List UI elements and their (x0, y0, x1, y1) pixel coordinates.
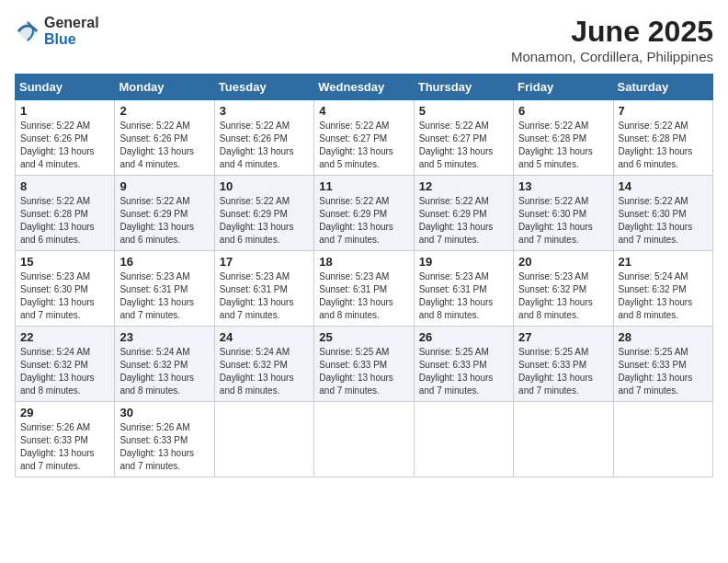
day-number: 6 (518, 104, 608, 118)
calendar-cell: 22Sunrise: 5:24 AM Sunset: 6:32 PM Dayli… (16, 327, 115, 402)
day-detail: Sunrise: 5:22 AM Sunset: 6:29 PM Dayligh… (419, 195, 508, 247)
calendar-title: June 2025 (511, 15, 713, 49)
calendar-cell: 2Sunrise: 5:22 AM Sunset: 6:26 PM Daylig… (115, 100, 214, 176)
day-number: 18 (319, 255, 408, 269)
day-detail: Sunrise: 5:22 AM Sunset: 6:29 PM Dayligh… (319, 195, 408, 247)
logo-text: General Blue (44, 15, 99, 48)
day-detail: Sunrise: 5:24 AM Sunset: 6:32 PM Dayligh… (20, 346, 109, 397)
day-number: 8 (20, 179, 109, 193)
day-detail: Sunrise: 5:22 AM Sunset: 6:30 PM Dayligh… (518, 195, 608, 247)
calendar-cell: 15Sunrise: 5:23 AM Sunset: 6:30 PM Dayli… (16, 251, 115, 327)
calendar-cell (414, 402, 513, 477)
calendar-cell (214, 402, 313, 477)
day-detail: Sunrise: 5:26 AM Sunset: 6:33 PM Dayligh… (20, 421, 109, 473)
header-friday: Friday (514, 75, 613, 100)
calendar-table: Sunday Monday Tuesday Wednesday Thursday… (15, 74, 713, 477)
calendar-cell: 25Sunrise: 5:25 AM Sunset: 6:33 PM Dayli… (314, 327, 414, 402)
day-number: 26 (419, 330, 508, 344)
day-number: 10 (220, 179, 309, 193)
day-number: 13 (518, 179, 608, 193)
day-detail: Sunrise: 5:22 AM Sunset: 6:26 PM Dayligh… (20, 120, 109, 171)
day-detail: Sunrise: 5:25 AM Sunset: 6:33 PM Dayligh… (619, 346, 708, 397)
day-detail: Sunrise: 5:23 AM Sunset: 6:31 PM Dayligh… (419, 270, 508, 322)
calendar-subtitle: Monamon, Cordillera, Philippines (511, 49, 713, 64)
logo: General Blue (15, 15, 99, 48)
day-detail: Sunrise: 5:23 AM Sunset: 6:30 PM Dayligh… (20, 270, 109, 322)
day-number: 15 (20, 255, 109, 269)
calendar-row-3: 15Sunrise: 5:23 AM Sunset: 6:30 PM Dayli… (16, 251, 713, 327)
calendar-cell: 12Sunrise: 5:22 AM Sunset: 6:29 PM Dayli… (414, 176, 513, 251)
day-detail: Sunrise: 5:22 AM Sunset: 6:27 PM Dayligh… (419, 120, 508, 171)
day-number: 5 (419, 104, 508, 118)
day-number: 17 (220, 255, 309, 269)
day-number: 25 (319, 330, 408, 344)
day-number: 7 (619, 104, 708, 118)
day-detail: Sunrise: 5:24 AM Sunset: 6:32 PM Dayligh… (619, 270, 708, 322)
day-detail: Sunrise: 5:22 AM Sunset: 6:29 PM Dayligh… (220, 195, 309, 247)
calendar-cell: 13Sunrise: 5:22 AM Sunset: 6:30 PM Dayli… (514, 176, 613, 251)
day-detail: Sunrise: 5:24 AM Sunset: 6:32 PM Dayligh… (119, 346, 209, 397)
calendar-cell: 10Sunrise: 5:22 AM Sunset: 6:29 PM Dayli… (214, 176, 313, 251)
day-detail: Sunrise: 5:22 AM Sunset: 6:26 PM Dayligh… (119, 120, 209, 171)
calendar-cell: 1Sunrise: 5:22 AM Sunset: 6:26 PM Daylig… (16, 100, 115, 176)
day-number: 29 (20, 406, 109, 419)
day-detail: Sunrise: 5:22 AM Sunset: 6:28 PM Dayligh… (518, 120, 608, 171)
calendar-cell: 23Sunrise: 5:24 AM Sunset: 6:32 PM Dayli… (115, 327, 214, 402)
calendar-cell: 19Sunrise: 5:23 AM Sunset: 6:31 PM Dayli… (414, 251, 513, 327)
day-number: 11 (319, 179, 408, 193)
calendar-cell: 14Sunrise: 5:22 AM Sunset: 6:30 PM Dayli… (613, 176, 712, 251)
calendar-row-1: 1Sunrise: 5:22 AM Sunset: 6:26 PM Daylig… (16, 100, 713, 176)
day-detail: Sunrise: 5:25 AM Sunset: 6:33 PM Dayligh… (319, 346, 408, 397)
calendar-cell: 21Sunrise: 5:24 AM Sunset: 6:32 PM Dayli… (613, 251, 712, 327)
day-detail: Sunrise: 5:22 AM Sunset: 6:28 PM Dayligh… (20, 195, 109, 247)
logo-general: General (44, 15, 99, 30)
day-detail: Sunrise: 5:23 AM Sunset: 6:31 PM Dayligh… (119, 270, 209, 322)
calendar-cell: 18Sunrise: 5:23 AM Sunset: 6:31 PM Dayli… (314, 251, 414, 327)
day-detail: Sunrise: 5:26 AM Sunset: 6:33 PM Dayligh… (119, 421, 209, 473)
calendar-cell (514, 402, 613, 477)
day-number: 3 (220, 104, 309, 118)
day-detail: Sunrise: 5:23 AM Sunset: 6:31 PM Dayligh… (220, 270, 309, 322)
day-detail: Sunrise: 5:22 AM Sunset: 6:26 PM Dayligh… (220, 120, 309, 171)
day-detail: Sunrise: 5:23 AM Sunset: 6:32 PM Dayligh… (518, 270, 608, 322)
calendar-row-5: 29Sunrise: 5:26 AM Sunset: 6:33 PM Dayli… (16, 402, 713, 477)
calendar-cell: 11Sunrise: 5:22 AM Sunset: 6:29 PM Dayli… (314, 176, 414, 251)
calendar-cell: 29Sunrise: 5:26 AM Sunset: 6:33 PM Dayli… (16, 402, 115, 477)
day-detail: Sunrise: 5:22 AM Sunset: 6:30 PM Dayligh… (619, 195, 708, 247)
calendar-cell: 26Sunrise: 5:25 AM Sunset: 6:33 PM Dayli… (414, 327, 513, 402)
title-area: June 2025 Monamon, Cordillera, Philippin… (511, 15, 713, 64)
header-thursday: Thursday (414, 75, 513, 100)
calendar-cell: 28Sunrise: 5:25 AM Sunset: 6:33 PM Dayli… (613, 327, 712, 402)
day-number: 2 (119, 104, 209, 118)
calendar-cell: 24Sunrise: 5:24 AM Sunset: 6:32 PM Dayli… (214, 327, 313, 402)
day-number: 19 (419, 255, 508, 269)
calendar-cell: 30Sunrise: 5:26 AM Sunset: 6:33 PM Dayli… (115, 402, 214, 477)
header-sunday: Sunday (16, 75, 115, 100)
day-number: 12 (419, 179, 508, 193)
calendar-cell: 8Sunrise: 5:22 AM Sunset: 6:28 PM Daylig… (16, 176, 115, 251)
header: General Blue June 2025 Monamon, Cordille… (15, 15, 713, 64)
calendar-cell: 9Sunrise: 5:22 AM Sunset: 6:29 PM Daylig… (115, 176, 214, 251)
day-detail: Sunrise: 5:22 AM Sunset: 6:28 PM Dayligh… (619, 120, 708, 171)
header-monday: Monday (115, 75, 214, 100)
calendar-cell: 7Sunrise: 5:22 AM Sunset: 6:28 PM Daylig… (613, 100, 712, 176)
calendar-cell: 5Sunrise: 5:22 AM Sunset: 6:27 PM Daylig… (414, 100, 513, 176)
header-wednesday: Wednesday (314, 75, 414, 100)
day-number: 9 (119, 179, 209, 193)
calendar-cell (613, 402, 712, 477)
day-number: 24 (220, 330, 309, 344)
day-detail: Sunrise: 5:25 AM Sunset: 6:33 PM Dayligh… (518, 346, 608, 397)
header-saturday: Saturday (613, 75, 712, 100)
calendar-cell: 3Sunrise: 5:22 AM Sunset: 6:26 PM Daylig… (214, 100, 313, 176)
day-number: 30 (119, 406, 209, 419)
day-detail: Sunrise: 5:22 AM Sunset: 6:27 PM Dayligh… (319, 120, 408, 171)
header-tuesday: Tuesday (214, 75, 313, 100)
day-number: 27 (518, 330, 608, 344)
day-number: 16 (119, 255, 209, 269)
day-number: 14 (619, 179, 708, 193)
calendar-cell: 4Sunrise: 5:22 AM Sunset: 6:27 PM Daylig… (314, 100, 414, 176)
calendar-cell (314, 402, 414, 477)
day-number: 21 (619, 255, 708, 269)
calendar-cell: 27Sunrise: 5:25 AM Sunset: 6:33 PM Dayli… (514, 327, 613, 402)
day-detail: Sunrise: 5:25 AM Sunset: 6:33 PM Dayligh… (419, 346, 508, 397)
